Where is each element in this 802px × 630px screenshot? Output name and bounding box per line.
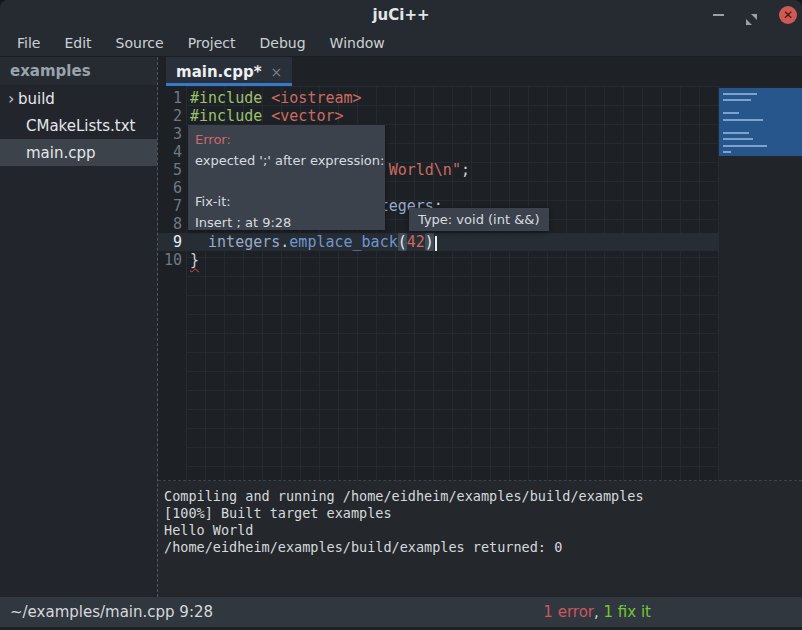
line-number: 2	[158, 107, 186, 125]
chevron-right-icon[interactable]: ›	[0, 85, 18, 112]
code-token: 42	[407, 233, 425, 251]
code-line-9: integers.emplace_back(42)	[186, 233, 719, 251]
error-tooltip: Error: expected ';' after expression: Fi…	[188, 125, 385, 230]
menu-project[interactable]: Project	[183, 33, 241, 53]
minimap-line	[723, 112, 739, 114]
overview-strip	[719, 86, 802, 481]
fixit-tooltip-title: Fix-it:	[195, 191, 385, 212]
code-token: #include	[190, 89, 271, 107]
terminal-output[interactable]: Compiling and running /home/eidheim/exam…	[158, 481, 802, 597]
minimap[interactable]	[719, 88, 802, 156]
menu-bar: FileEditSourceProjectDebugWindow	[0, 30, 802, 57]
close-icon[interactable]: ✕	[779, 6, 797, 24]
line-number: 10	[158, 251, 186, 269]
line-number: 3	[158, 125, 186, 143]
menu-edit[interactable]: Edit	[59, 33, 96, 53]
code-token: <iostream>	[271, 89, 361, 107]
code-token: (	[398, 233, 407, 251]
tab-close-icon[interactable]: ×	[270, 64, 282, 80]
status-fixit-count: 1 fix it	[604, 603, 651, 621]
minimap-line	[723, 151, 731, 153]
tree-item-label: CMakeLists.txt	[26, 117, 135, 135]
code-token: emplace_back	[289, 233, 397, 251]
terminal-line: /home/eidheim/examples/build/examples re…	[164, 539, 802, 556]
code-token: #include	[190, 107, 271, 125]
status-diagnostics: 1 error, 1 fix it	[543, 597, 651, 627]
code-token: .	[280, 233, 289, 251]
error-tooltip-title: Error:	[195, 129, 385, 150]
menu-debug[interactable]: Debug	[255, 33, 311, 53]
menu-source[interactable]: Source	[111, 33, 169, 53]
minimap-line	[723, 145, 767, 147]
window-title: juCi++	[0, 0, 802, 30]
tree-item-cmakelists-txt[interactable]: CMakeLists.txt	[0, 112, 157, 139]
file-tree-panel: examples ›buildCMakeLists.txtmain.cpp	[0, 57, 157, 597]
line-number: 5	[158, 161, 186, 179]
type-tooltip: Type: void (int &&)	[409, 208, 549, 231]
tree-item-main-cpp[interactable]: main.cpp	[0, 139, 157, 166]
code-token: integers	[208, 233, 280, 251]
terminal-line: Compiling and running /home/eidheim/exam…	[164, 488, 802, 505]
status-file-location: ~/examples/main.cpp 9:28	[10, 597, 213, 627]
line-number: 7	[158, 197, 186, 215]
minimap-line	[723, 132, 749, 134]
minimap-line	[723, 99, 751, 101]
menu-file[interactable]: File	[12, 33, 45, 53]
code-token: }	[190, 251, 199, 269]
tab-bar: main.cpp* ×	[158, 57, 802, 86]
code-line-10: }	[186, 251, 719, 269]
error-tooltip-spacer	[195, 171, 385, 191]
status-error-count: 1 error	[543, 603, 594, 621]
tree-item-label: main.cpp	[26, 144, 96, 162]
restore-icon[interactable]	[746, 10, 757, 21]
terminal-line: [100%] Built target examples	[164, 505, 802, 522]
window-controls: ✕	[713, 0, 802, 30]
code-token: ;	[461, 161, 470, 179]
text-cursor	[435, 236, 437, 251]
code-token: )	[425, 233, 434, 251]
code-line-2: #include <vector>	[186, 107, 719, 125]
minimap-line	[723, 93, 757, 95]
line-number: 6	[158, 179, 186, 197]
tab-label: main.cpp*	[176, 63, 261, 81]
file-tree: ›buildCMakeLists.txtmain.cpp	[0, 85, 157, 166]
code-token	[190, 233, 208, 251]
project-name-header: examples	[0, 57, 157, 85]
error-tooltip-message: expected ';' after expression:	[195, 150, 385, 171]
code-line-1: #include <iostream>	[186, 89, 719, 107]
tree-item-build[interactable]: ›build	[0, 85, 157, 112]
app-window: juCi++ ✕ FileEditSourceProjectDebugWindo…	[0, 0, 802, 630]
minimize-icon[interactable]	[713, 14, 724, 16]
title-bar: juCi++ ✕	[0, 0, 802, 30]
status-separator: ,	[594, 603, 604, 621]
status-bar: ~/examples/main.cpp 9:28 1 error, 1 fix …	[0, 597, 802, 627]
tree-item-label: build	[18, 90, 55, 108]
line-number: 8	[158, 215, 186, 233]
line-number: 9	[158, 233, 186, 251]
tab-main-cpp[interactable]: main.cpp* ×	[166, 57, 292, 86]
minimap-line	[723, 138, 753, 140]
code-token: <vector>	[271, 107, 343, 125]
terminal-line: Hello World	[164, 522, 802, 539]
minimap-line	[723, 119, 763, 121]
line-number-gutter: 12345678910	[158, 86, 186, 481]
line-number: 1	[158, 89, 186, 107]
menu-window[interactable]: Window	[325, 33, 390, 53]
line-number: 4	[158, 143, 186, 161]
fixit-tooltip-message: Insert ; at 9:28	[195, 212, 385, 233]
